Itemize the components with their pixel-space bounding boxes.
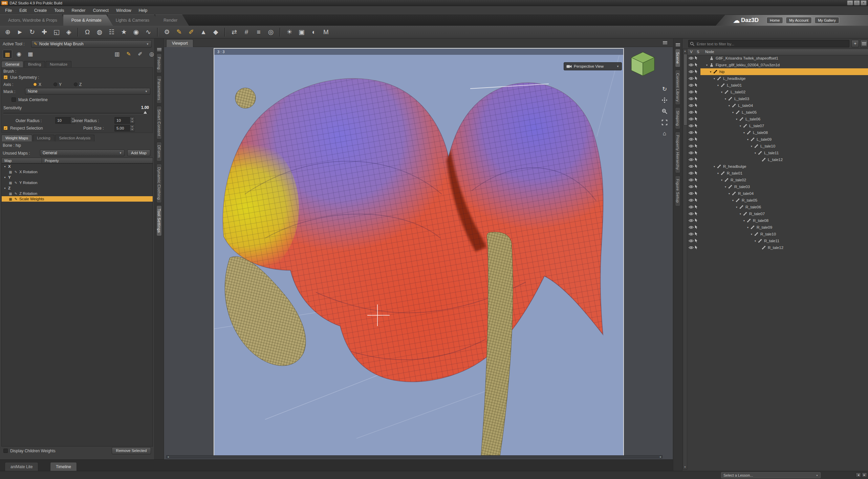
pane-menu-icon[interactable] — [663, 41, 667, 44]
mask-centerline-checkbox[interactable] — [12, 97, 16, 102]
visibility-eye-icon[interactable] — [688, 63, 695, 67]
scale-tool-icon[interactable]: ◱ — [51, 27, 62, 37]
spinner-arrows[interactable]: ▲▼ — [130, 117, 134, 123]
my-gallery-button[interactable]: My Gallery — [815, 17, 839, 24]
visibility-eye-icon[interactable] — [688, 205, 695, 209]
axis-y-radio[interactable] — [53, 83, 57, 86]
expander-icon[interactable]: ▼ — [739, 213, 742, 215]
visibility-eye-icon[interactable] — [688, 165, 695, 168]
selectable-cursor-icon[interactable] — [695, 56, 700, 61]
expander-icon[interactable]: ▼ — [724, 186, 727, 188]
scene-node-body[interactable]: ▼L_tale02 — [700, 89, 868, 95]
visibility-eye-icon[interactable] — [688, 192, 695, 196]
visibility-eye-icon[interactable] — [688, 97, 695, 101]
scene-node-r-tale04[interactable]: ▼R_tale04 — [688, 190, 868, 197]
my-account-button[interactable]: My Account — [786, 17, 812, 24]
minimize-button[interactable]: – — [847, 0, 853, 5]
menu-window[interactable]: Window — [112, 7, 135, 14]
activity-tab-render[interactable]: Render — [155, 15, 189, 26]
universal-tool-icon[interactable]: ◈ — [64, 27, 74, 37]
sensitivity-slider[interactable] — [3, 113, 148, 114]
scene-node-body[interactable]: ▼R_tale04 — [700, 190, 868, 197]
scene-menu-button[interactable] — [860, 40, 868, 47]
expander-icon[interactable]: ▼ — [754, 152, 757, 154]
visibility-eye-icon[interactable] — [688, 138, 695, 141]
add-node-button[interactable]: + — [851, 40, 859, 47]
slider-thumb[interactable] — [144, 111, 147, 114]
visibility-eye-icon[interactable] — [688, 151, 695, 155]
expander-icon[interactable]: ▼ — [731, 111, 735, 114]
camera-view-dropdown[interactable]: Perspective View ▼ — [564, 62, 622, 70]
dock-tab-scene[interactable]: Scene — [675, 49, 680, 67]
selectable-cursor-icon[interactable] — [695, 178, 700, 182]
weight-group-z[interactable]: ▼Z — [2, 185, 153, 191]
expander-icon[interactable]: ▼ — [705, 64, 709, 66]
scene-node-l-tale05[interactable]: ▼L_tale05 — [688, 109, 868, 116]
expander-icon[interactable]: ▼ — [713, 165, 716, 168]
expander-icon[interactable]: ▼ — [720, 91, 723, 93]
selectable-cursor-icon[interactable] — [695, 123, 700, 128]
pan-view-icon[interactable] — [660, 96, 669, 105]
scene-node-r-tale01[interactable]: ▼R_tale01 — [688, 170, 868, 177]
scene-node-r-headbulge[interactable]: ▼R_headbulge — [688, 163, 868, 170]
use-symmetry-checkbox[interactable]: ✓ — [3, 75, 8, 79]
selectable-cursor-icon[interactable] — [695, 83, 700, 88]
selectable-cursor-icon[interactable] — [695, 157, 700, 162]
selectable-cursor-icon[interactable] — [695, 130, 700, 135]
scene-node-body[interactable]: ▼L_tale04 — [700, 102, 868, 109]
scene-node-body[interactable]: ▼L_tale01 — [700, 82, 868, 89]
visibility-eye-icon[interactable] — [688, 90, 695, 94]
scroll-right-icon[interactable]: ► — [659, 456, 662, 458]
selectable-cursor-icon[interactable] — [695, 198, 700, 203]
scene-node-l-tale11[interactable]: ▼L_tale11 — [688, 150, 868, 156]
scene-node-body[interactable]: ▼hip — [700, 68, 868, 75]
scene-node-body[interactable]: ▼L_headbulge — [700, 75, 868, 82]
menu-help[interactable]: Help — [135, 7, 151, 14]
visibility-eye-icon[interactable] — [688, 104, 695, 108]
expander-icon[interactable]: ▼ — [724, 98, 727, 100]
menu-edit[interactable]: Edit — [16, 7, 30, 14]
weight-group-y[interactable]: ▼Y — [2, 175, 153, 180]
smooth-brush-icon[interactable]: ✐ — [135, 50, 145, 59]
visibility-eye-icon[interactable] — [688, 124, 695, 128]
scene-node-l-tale03[interactable]: ▼L_tale03 — [688, 95, 868, 102]
polygon-editor-icon[interactable]: ◆ — [211, 27, 221, 37]
scene-node-l-tale04[interactable]: ▼L_tale04 — [688, 102, 868, 109]
selectable-cursor-icon[interactable] — [695, 90, 700, 94]
scrollbar-thumb[interactable] — [683, 54, 687, 126]
weight-map-scale-weights[interactable]: ▦✎Scale Weights — [2, 196, 153, 202]
scene-node-hip[interactable]: ▼hip — [688, 68, 868, 75]
viewport-h-scrollbar[interactable]: ◄ ► — [166, 455, 663, 458]
scene-node-body[interactable]: ▼R_tale02 — [700, 177, 868, 183]
home-view-icon[interactable]: ⌂ — [660, 129, 669, 138]
scene-node-r-tale02[interactable]: ▼R_tale02 — [688, 177, 868, 183]
visibility-eye-icon[interactable] — [688, 239, 695, 243]
dock-tab-property-hierarchy[interactable]: Property Hierarchy — [675, 132, 680, 173]
expander-icon[interactable]: ▼ — [735, 118, 738, 120]
scene-node-r-tale10[interactable]: ▼R_tale10 — [688, 231, 868, 237]
unused-maps-dropdown[interactable]: General ▼ — [40, 150, 125, 156]
expander-icon[interactable]: ▼ — [750, 145, 753, 147]
node-weight-brush-icon[interactable]: ✎ — [174, 27, 184, 37]
visibility-eye-icon[interactable] — [688, 77, 695, 81]
pane-menu-icon[interactable] — [676, 43, 680, 46]
animate-icon[interactable]: ∿ — [143, 27, 153, 37]
visibility-eye-icon[interactable] — [688, 70, 695, 74]
tab-animate-lite[interactable]: aniMate Lite — [5, 462, 38, 472]
expander-icon[interactable]: ▼ — [716, 84, 720, 87]
camera-icon[interactable]: ▣ — [297, 27, 307, 37]
selectable-cursor-icon[interactable] — [695, 184, 700, 189]
visibility-eye-icon[interactable] — [688, 172, 695, 175]
scene-node-r-tale11[interactable]: ▼R_tale11 — [688, 237, 868, 244]
scene-node-body[interactable]: ▼L_tale03 — [700, 95, 868, 102]
visibility-eye-icon[interactable] — [688, 111, 695, 114]
direction-brush-icon[interactable]: ◎ — [147, 50, 156, 59]
close-button[interactable]: × — [861, 0, 867, 5]
expander-icon[interactable]: ▼ — [735, 206, 738, 208]
scene-node-l-tale02[interactable]: ▼L_tale02 — [688, 89, 868, 95]
expander-icon[interactable]: ▼ — [742, 132, 746, 134]
viewport-canvas[interactable]: 3 : 3 — [214, 48, 624, 456]
active-pose-tool-icon[interactable]: Ω — [82, 27, 92, 37]
lesson-next-button[interactable]: ► — [862, 473, 867, 478]
sphere-falloff-icon[interactable]: ◉ — [14, 50, 24, 59]
